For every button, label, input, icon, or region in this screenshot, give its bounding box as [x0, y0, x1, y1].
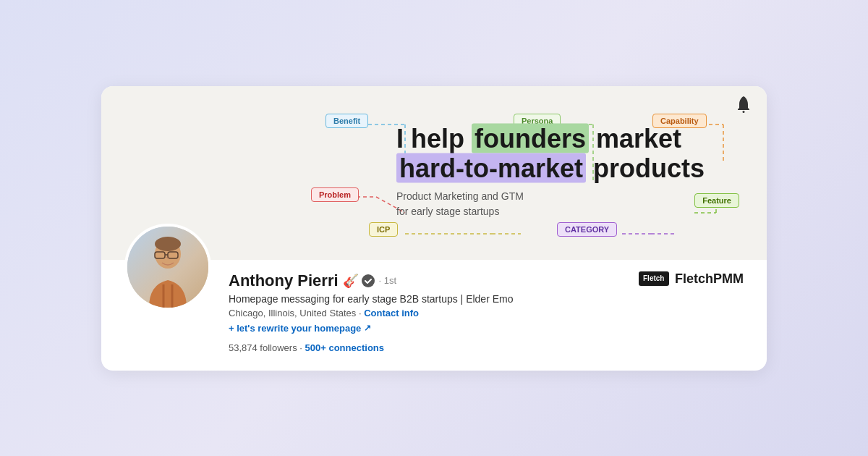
- svg-point-15: [743, 111, 745, 113]
- profile-section: Anthony Pierri 🎸 · 1st Homepage messagin…: [101, 260, 767, 371]
- tag-benefit: Benefit: [326, 114, 368, 128]
- dot-separator: ·: [299, 342, 305, 353]
- headline-products: products: [586, 153, 705, 183]
- banner-subheadline: Product Marketing and GTM for early stag…: [396, 189, 767, 219]
- headline-hard-to-market: hard-to-market: [396, 153, 586, 183]
- notification-bell-button[interactable]: [735, 95, 752, 118]
- company-name: FletchPMM: [675, 271, 744, 287]
- contact-info-link[interactable]: Contact info: [364, 308, 419, 318]
- name-row: Anthony Pierri 🎸 · 1st: [229, 271, 639, 290]
- external-link-icon: ↗: [364, 323, 371, 333]
- followers-row: 53,874 followers · 500+ connections: [229, 342, 639, 353]
- company-logo: Fletch FletchPMM: [639, 260, 744, 287]
- fletch-box: Fletch: [639, 271, 669, 286]
- main-headline: I help founders market hard-to-market pr…: [396, 123, 767, 183]
- profile-info: Anthony Pierri 🎸 · 1st Homepage messagin…: [229, 260, 639, 353]
- connections-link[interactable]: 500+ connections: [305, 342, 384, 353]
- svg-point-18: [155, 237, 181, 251]
- rewrite-link-row: + let's rewrite your homepage ↗: [229, 321, 639, 338]
- profile-card: Benefit Persona Capability Problem ICP C…: [101, 86, 767, 371]
- tag-problem: Problem: [311, 187, 359, 202]
- verified-icon: [362, 274, 375, 287]
- followers-count: 53,874 followers: [229, 342, 297, 353]
- tag-icp: ICP: [369, 222, 398, 237]
- svg-point-24: [362, 274, 375, 287]
- location-text: Chicago, Illinois, United States: [229, 308, 356, 318]
- guitar-emoji: 🎸: [343, 273, 359, 289]
- headline-i-help: I help: [396, 123, 472, 153]
- headline-founders: founders: [472, 123, 589, 153]
- avatar: [124, 224, 211, 311]
- fletch-label: Fletch: [643, 276, 665, 284]
- headline-market: market: [589, 123, 681, 153]
- svg-text:Fletch: Fletch: [643, 274, 664, 282]
- location-row: Chicago, Illinois, United States · Conta…: [229, 308, 639, 318]
- profile-name: Anthony Pierri: [229, 271, 339, 290]
- avatar-wrap: [124, 224, 211, 311]
- name-icons: 🎸: [343, 273, 375, 289]
- connection-badge: · 1st: [379, 275, 397, 286]
- rewrite-homepage-link[interactable]: + let's rewrite your homepage ↗: [229, 323, 371, 334]
- banner-headline-area: I help founders market hard-to-market pr…: [396, 123, 767, 222]
- tag-category: CATEGORY: [557, 222, 617, 237]
- profile-headline: Homepage messaging for early stage B2B s…: [229, 293, 639, 305]
